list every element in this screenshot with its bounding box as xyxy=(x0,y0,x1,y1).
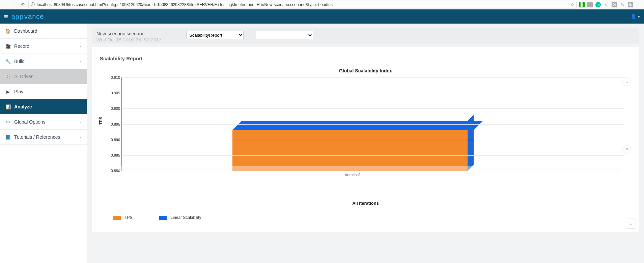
reload-button[interactable]: ⟲ xyxy=(20,2,26,7)
chevron-left-icon: ‹ xyxy=(80,59,81,63)
chart-handle-icon[interactable]: ≡ xyxy=(622,77,631,86)
extension-icon[interactable]: m xyxy=(595,2,601,7)
y-tick-label: 0.885 xyxy=(111,153,120,157)
legend-swatch-icon xyxy=(113,216,121,220)
gridline xyxy=(122,171,624,171)
analyze-icon: 📊 xyxy=(5,104,11,109)
scenario-timestamp: Wed Oct 18 17:01:38 IST 2017 xyxy=(96,37,174,42)
gridline xyxy=(122,77,624,78)
sidebar-item-label: Dashboard xyxy=(14,28,37,34)
report-secondary-select[interactable] xyxy=(256,31,313,39)
site-info-icon[interactable]: ⓘ xyxy=(31,2,35,7)
legend-label: TPS xyxy=(124,215,132,220)
y-tick-label: 0.890 xyxy=(111,138,120,142)
legend-label: Linear Scalability xyxy=(171,215,201,220)
bar-side-face xyxy=(468,115,474,171)
y-tick-label: 0.905 xyxy=(111,91,120,95)
gridline xyxy=(122,108,624,109)
extension-icon[interactable]: ◻ xyxy=(587,2,593,7)
sidebar-item-label: Build xyxy=(14,59,25,64)
sidebar-item-label: Analyze xyxy=(14,104,32,109)
content-area: New-scenario.scenario Wed Oct 18 17:01:3… xyxy=(87,24,644,263)
chart-handle-icon[interactable]: ≡ xyxy=(622,145,631,154)
sidebar-item-dashboard[interactable]: 🏠 Dashboard xyxy=(0,24,87,39)
bar-front-face xyxy=(232,130,468,171)
url-text: localhost:8080/UI/testcasecount.html?con… xyxy=(37,2,334,7)
extension-icon[interactable]: Ib xyxy=(628,2,633,7)
y-tick-label: 0.895 xyxy=(111,122,120,126)
chrome-menu-icon[interactable]: ⋮ xyxy=(636,2,642,7)
gridline xyxy=(122,93,624,93)
extension-icon[interactable]: G xyxy=(612,2,617,7)
sidebar-item-label: Record xyxy=(14,43,29,49)
sidebar-item-global-options[interactable]: ⚙ Global Options ‹ xyxy=(0,114,87,130)
report-toolbar: New-scenario.scenario Wed Oct 18 17:01:3… xyxy=(92,28,639,43)
report-panel: Scalability Report Global Scalability In… xyxy=(92,47,639,232)
browser-chrome: ← → ⟲ ⓘ localhost:8080/UI/testcasecount.… xyxy=(0,0,644,9)
chevron-left-icon: ‹ xyxy=(80,135,81,139)
brand-word-a: app xyxy=(11,13,24,21)
brand-word-b: vance xyxy=(24,13,44,21)
chart-plot-area: Iteration1 xyxy=(121,77,624,171)
chevron-left-icon: ‹ xyxy=(80,44,81,48)
app-header: ≡ appvance 👤 ▾ xyxy=(0,9,644,24)
tutorials-icon: 📘 xyxy=(5,135,11,140)
y-axis: 0.8800.8850.8900.8950.9000.9050.910 xyxy=(108,77,121,171)
chart-legend: TPS Linear Scalability xyxy=(100,215,631,220)
menu-toggle-icon[interactable]: ≡ xyxy=(4,13,8,21)
sidebar-item-play[interactable]: ▶ Play xyxy=(0,84,87,99)
report-title: Scalability Report xyxy=(100,56,631,61)
sidebar-item-tutorials[interactable]: 📘 Tutorials / References ‹ xyxy=(0,130,87,145)
download-button[interactable]: ⭳ xyxy=(626,219,636,229)
y-tick-label: 0.880 xyxy=(111,169,120,173)
bookmark-star-icon[interactable]: ☆ xyxy=(570,2,574,7)
scenario-title: New-scenario.scenario xyxy=(96,31,174,36)
y-axis-label: TPS xyxy=(99,117,103,125)
chevron-left-icon: ‹ xyxy=(80,120,81,124)
play-icon: ▶ xyxy=(5,89,11,94)
options-icon: ⚙ xyxy=(5,120,11,125)
sidebar-item-build[interactable]: 🔧 Build ‹ xyxy=(0,54,87,69)
sidebar: 🏠 Dashboard 🎥 Record ‹ 🔧 Build ‹ ⛓ AI Dr… xyxy=(0,24,87,263)
extension-icon[interactable]: ▋ xyxy=(579,2,585,7)
scalability-chart: TPS 0.8800.8850.8900.8950.9000.9050.910 … xyxy=(100,77,631,185)
sidebar-item-label: Play xyxy=(14,89,23,94)
record-icon: 🎥 xyxy=(5,44,11,49)
sidebar-item-label: AI Driven xyxy=(14,74,34,79)
y-tick-label: 0.910 xyxy=(111,75,120,79)
gridline xyxy=(122,140,624,140)
extension-icon[interactable]: ✎ xyxy=(620,2,625,7)
build-icon: 🔧 xyxy=(5,59,11,64)
forward-button[interactable]: → xyxy=(11,2,17,7)
legend-item: Linear Scalability xyxy=(159,215,201,220)
user-menu[interactable]: 👤 ▾ xyxy=(631,14,640,19)
sidebar-item-label: Tutorials / References xyxy=(14,134,60,140)
sidebar-item-record[interactable]: 🎥 Record ‹ xyxy=(0,39,87,54)
extension-icon[interactable]: ⦸ xyxy=(604,2,609,7)
gridline xyxy=(122,124,624,125)
chart-title: Global Scalability Index xyxy=(100,68,631,73)
gridline xyxy=(122,155,624,156)
back-button[interactable]: ← xyxy=(2,2,8,7)
legend-swatch-icon xyxy=(159,216,167,220)
sidebar-item-label: Global Options xyxy=(14,119,46,125)
dashboard-icon: 🏠 xyxy=(5,29,11,34)
x-tick-label: Iteration1 xyxy=(345,173,361,177)
report-type-select[interactable]: ScalabilityReport xyxy=(186,31,244,39)
address-bar[interactable]: ⓘ localhost:8080/UI/testcasecount.html?c… xyxy=(28,1,577,8)
legend-item: TPS xyxy=(113,215,132,220)
ai-icon: ⛓ xyxy=(5,74,11,79)
sidebar-item-analyze[interactable]: 📊 Analyze xyxy=(0,99,87,114)
chart-bar xyxy=(232,130,474,171)
y-tick-label: 0.900 xyxy=(111,106,120,110)
x-axis-label: All Iterations xyxy=(100,201,631,206)
sidebar-item-ai-driven: ⛓ AI Driven xyxy=(0,69,87,84)
brand-logo[interactable]: appvance xyxy=(11,13,44,21)
bar-top-face xyxy=(232,121,483,130)
